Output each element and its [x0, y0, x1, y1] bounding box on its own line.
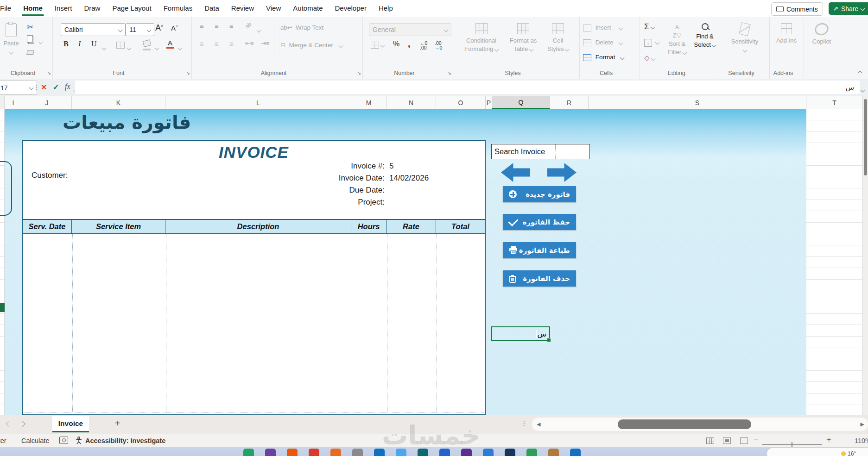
next-sheet-icon[interactable] [19, 421, 25, 427]
cancel-entry-button[interactable]: ✕ [41, 83, 47, 92]
column-header-L[interactable]: L [165, 96, 351, 109]
cell-styles-button[interactable]: Cell Styles [542, 23, 574, 53]
align-right-icon[interactable]: ≡ [229, 40, 234, 48]
scrollbar-grip[interactable]: ⋮ [521, 419, 527, 427]
active-cell[interactable]: س [491, 326, 550, 341]
borders-button[interactable] [116, 41, 125, 49]
merge-center-button[interactable]: ⊟ Merge & Center [280, 42, 342, 49]
page-break-view-icon[interactable] [740, 437, 748, 444]
invoice-number-value[interactable]: 5 [389, 162, 393, 171]
taskbar-app-icon[interactable] [418, 449, 428, 456]
borders-chevron-icon[interactable] [127, 44, 131, 52]
column-header-Q[interactable]: Q [492, 96, 550, 109]
decrease-indent-icon[interactable]: ⇤≡ [245, 40, 253, 47]
taskbar-app-icon[interactable] [287, 449, 298, 456]
align-left-icon[interactable]: ≡ [200, 40, 204, 48]
taskbar-app-icon[interactable] [439, 449, 450, 456]
find-select-button[interactable]: Find & Select [691, 23, 718, 49]
format-cells-button[interactable]: Format [583, 54, 624, 61]
vertical-scrollbar-thumb[interactable] [864, 99, 867, 175]
menu-file[interactable]: File [0, 0, 17, 17]
font-family-combo[interactable]: Calibri [61, 23, 126, 36]
taskbar-app-icon[interactable] [461, 449, 472, 456]
taskbar-app-icon[interactable] [309, 449, 319, 456]
menu-developer[interactable]: Developer [329, 0, 373, 17]
clipboard-dialog-launcher[interactable]: ↘ [47, 70, 51, 76]
underline-button[interactable]: U [91, 40, 97, 48]
taskbar-app-icon[interactable] [505, 449, 515, 456]
column-header-S[interactable]: S [589, 96, 806, 109]
menu-help[interactable]: Help [373, 0, 399, 17]
taskbar-app-icon[interactable] [570, 449, 581, 456]
fill-color-chevron-icon[interactable] [155, 44, 158, 52]
delete-invoice-button[interactable]: حذف الفاتورة [503, 270, 576, 287]
clear-button[interactable]: ◇ [644, 54, 655, 62]
zoom-slider-thumb[interactable] [792, 442, 792, 447]
paste-button[interactable]: Paste [1, 23, 21, 56]
column-header-K[interactable]: K [72, 96, 165, 109]
menu-draw[interactable]: Draw [78, 0, 106, 17]
taskbar-app-icon[interactable] [548, 449, 559, 456]
font-size-combo[interactable]: 11 [126, 23, 154, 36]
previous-sheet-icon[interactable] [6, 421, 12, 427]
search-invoice-box[interactable]: Search Invoice [491, 144, 590, 159]
accessibility-status[interactable]: Accessibility: Investigate [85, 437, 165, 444]
scroll-right-icon[interactable]: ▶ [861, 421, 864, 427]
taskbar-app-icon[interactable] [352, 449, 363, 456]
format-painter-icon[interactable] [27, 48, 34, 56]
new-invoice-button[interactable]: فاتورة جديدة [503, 186, 576, 202]
wrap-text-button[interactable]: ab↩ Wrap Text [280, 24, 323, 31]
autosum-button[interactable]: Σ [644, 22, 654, 31]
menu-insert[interactable]: Insert [49, 0, 78, 17]
menu-formulas[interactable]: Formulas [158, 0, 199, 17]
zoom-slider[interactable] [762, 444, 822, 445]
shrink-font-button[interactable]: A˅ [171, 24, 178, 32]
column-header-R[interactable]: R [550, 96, 589, 109]
normal-view-icon[interactable] [706, 437, 714, 444]
align-bottom-icon[interactable]: ≡ [229, 22, 234, 30]
sensitivity-button[interactable]: Sensitivity [727, 23, 762, 54]
comma-style-icon[interactable]: , [408, 39, 410, 49]
taskbar-app-icon[interactable] [265, 449, 276, 456]
fill-button[interactable]: ↓ [644, 38, 659, 47]
orientation-chevron-icon[interactable] [257, 26, 260, 34]
macro-record-icon[interactable] [59, 437, 68, 444]
share-button[interactable]: ⇗ Share [829, 2, 868, 15]
column-header-M[interactable]: M [351, 96, 386, 109]
page-layout-view-icon[interactable] [723, 437, 731, 444]
taskbar-app-icon[interactable] [374, 449, 385, 456]
insert-cells-button[interactable]: Insert [583, 24, 622, 31]
confirm-entry-button[interactable]: ✓ [53, 83, 59, 92]
conditional-formatting-button[interactable]: Conditional Formatting [459, 23, 503, 53]
cut-icon[interactable]: ✂ [27, 22, 33, 32]
menu-view[interactable]: View [260, 0, 287, 17]
empty-grid-columns[interactable] [806, 109, 863, 415]
menu-automate[interactable]: Automate [287, 0, 329, 17]
italic-button[interactable]: I [78, 40, 81, 48]
name-box[interactable]: 17 [0, 81, 37, 95]
new-sheet-button[interactable]: + [115, 418, 120, 429]
copy-chevron-icon[interactable] [39, 37, 42, 46]
column-header-I[interactable]: I [5, 96, 22, 109]
search-invoice-input[interactable] [556, 144, 589, 159]
scroll-left-icon[interactable]: ◀ [537, 421, 540, 427]
print-invoice-button[interactable]: طباعة الفاتورة [503, 242, 576, 258]
column-header-J[interactable]: J [22, 96, 72, 109]
font-color-button[interactable]: A [166, 39, 174, 49]
menu-home[interactable]: Home [17, 0, 49, 17]
column-header-N[interactable]: N [386, 96, 436, 109]
copy-icon[interactable] [27, 35, 33, 44]
column-header-P[interactable]: P [486, 96, 492, 109]
formula-bar-grip[interactable]: ⋮ [33, 84, 39, 91]
sort-filter-button[interactable]: AZ▽ Sort & Filter [664, 23, 691, 56]
zoom-in-button[interactable]: + [827, 436, 831, 444]
align-center-icon[interactable]: ≡ [215, 40, 219, 48]
menu-page-layout[interactable]: Page Layout [106, 0, 157, 17]
percent-style-icon[interactable]: % [393, 40, 399, 48]
decrease-decimal-icon[interactable]: .00→0 [435, 41, 442, 50]
column-header-O[interactable]: O [436, 96, 486, 109]
taskbar-app-icon[interactable] [396, 449, 406, 456]
column-header-T[interactable]: T [806, 96, 863, 109]
comments-button[interactable]: Comments [771, 2, 823, 16]
formula-bar-expand-chevron-icon[interactable] [861, 86, 864, 94]
